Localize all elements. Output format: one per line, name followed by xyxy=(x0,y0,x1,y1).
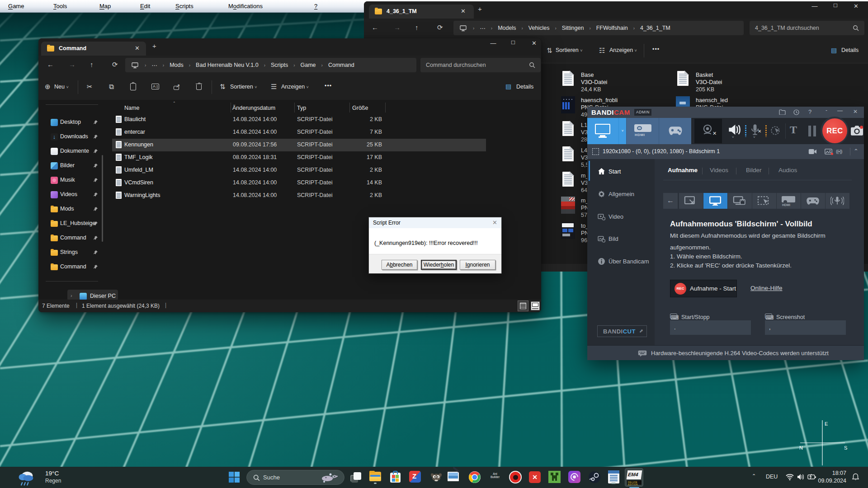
svg-text:N: N xyxy=(799,445,803,450)
svg-text:S: S xyxy=(844,445,847,450)
svg-text:E: E xyxy=(825,421,828,427)
